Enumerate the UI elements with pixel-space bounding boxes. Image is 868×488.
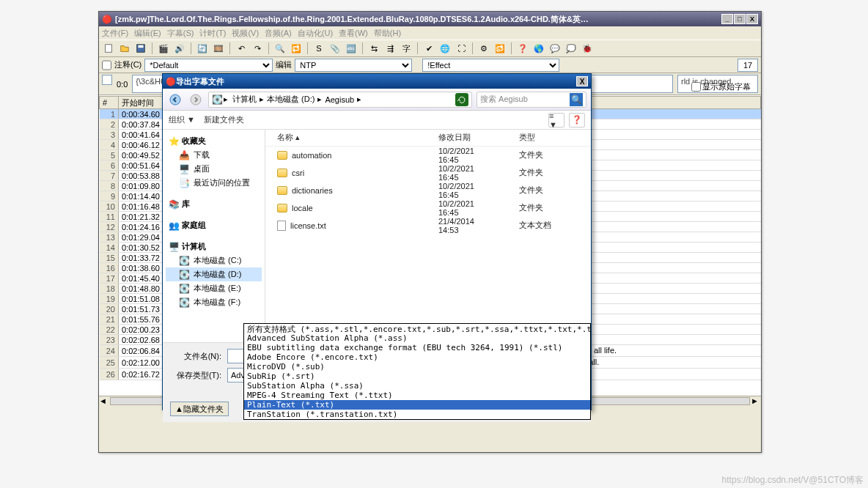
menu-file[interactable]: 文件(F): [102, 28, 128, 39]
menubar: 文件(F) 编辑(E) 字幕(S) 计时(T) 视频(V) 音频(A) 自动化(…: [99, 26, 761, 40]
file-list[interactable]: 名称 ▴ 修改日期 类型 automation10/2/2021 16:45文件…: [265, 130, 591, 342]
dialog-title: 导出字幕文件: [176, 76, 576, 87]
new-file-icon[interactable]: [102, 42, 115, 55]
kanji-timer-icon[interactable]: 字: [400, 42, 413, 55]
type-option-transtation[interactable]: TranStation (*.transtation.txt): [244, 410, 590, 419]
type-option-encore[interactable]: Adobe Encore (*.encore.txt): [244, 352, 590, 362]
close-button[interactable]: X: [746, 14, 758, 24]
computer-header[interactable]: 🖥️计算机: [166, 240, 262, 254]
sidebar-desktop[interactable]: 🖥️桌面: [166, 162, 262, 176]
crumb-drive-d[interactable]: 本地磁盘 (D:): [264, 94, 317, 105]
irc-icon[interactable]: 💭: [564, 42, 578, 55]
timing-postprocessor-icon[interactable]: ⇶: [383, 42, 397, 55]
type-option-stl[interactable]: EBU subtitling data exchange format (EBU…: [244, 343, 590, 352]
menu-audio[interactable]: 音频(A): [265, 28, 292, 39]
time-checkbox[interactable]: [102, 75, 112, 85]
translation-assistant-icon[interactable]: 🌐: [438, 42, 452, 55]
col-num[interactable]: #: [100, 97, 119, 109]
crumb-computer[interactable]: 计算机: [229, 94, 260, 105]
homegroup-header[interactable]: 👥家庭组: [166, 218, 262, 232]
organize-button[interactable]: 组织 ▼: [169, 114, 195, 125]
save-icon[interactable]: [134, 42, 147, 55]
svg-point-4: [191, 95, 201, 105]
effect-select[interactable]: !Effect: [422, 59, 559, 72]
redo-icon[interactable]: ↷: [251, 42, 264, 55]
file-row[interactable]: license.txt21/4/2014 14:53文本文档: [265, 217, 591, 234]
type-option-sub[interactable]: MicroDVD (*.sub): [244, 362, 590, 371]
help-button[interactable]: ❓: [569, 113, 585, 127]
maximize-button[interactable]: □: [734, 14, 746, 24]
crumb-aegisub[interactable]: Aegisub: [322, 95, 357, 104]
forward-button[interactable]: [188, 92, 204, 108]
style-select[interactable]: *Default: [144, 59, 273, 72]
menu-view[interactable]: 查看(W): [339, 28, 368, 39]
resample-icon[interactable]: ⛶: [455, 42, 468, 55]
type-option-srt[interactable]: SubRip (*.srt): [244, 371, 590, 381]
comment-checkbox[interactable]: [102, 59, 111, 72]
undo-icon[interactable]: ↶: [235, 42, 248, 55]
sidebar-disk-f[interactable]: 💽本地磁盘 (F:): [166, 295, 262, 309]
type-option-ssa[interactable]: SubStation Alpha (*.ssa): [244, 381, 590, 391]
file-row[interactable]: csri10/2/2021 16:45文件夹: [265, 164, 591, 182]
search-icon[interactable]: 🔍: [570, 93, 583, 106]
savetype-label: 保存类型(T):: [170, 370, 221, 381]
breadcrumb-bar[interactable]: 💽 ▸ 计算机 ▸ 本地磁盘 (D:) ▸ Aegisub ▸: [208, 92, 472, 108]
menu-edit[interactable]: 编辑(E): [134, 28, 161, 39]
comment-label: 注释(C): [114, 59, 141, 70]
show-source-checkbox[interactable]: 显示原始字幕: [691, 81, 751, 92]
resync-icon[interactable]: 🔄: [196, 42, 209, 55]
menu-video[interactable]: 视频(V): [232, 28, 259, 39]
type-option-txt[interactable]: Plain-Text (*.txt): [244, 400, 590, 410]
minimize-button[interactable]: _: [721, 14, 733, 24]
attach-icon[interactable]: 📎: [328, 42, 342, 55]
sidebar-recent[interactable]: 📑最近访问的位置: [166, 176, 262, 190]
bug-icon[interactable]: 🐞: [581, 42, 594, 55]
back-button[interactable]: [167, 92, 183, 108]
search-input[interactable]: 搜索 Aegisub 🔍: [477, 92, 586, 108]
sidebar-downloads[interactable]: 📥下载: [166, 148, 262, 162]
dialog-close-button[interactable]: X: [576, 76, 588, 86]
chars-count[interactable]: [738, 59, 758, 72]
menu-help[interactable]: 帮助(H): [374, 28, 401, 39]
menu-timing[interactable]: 计时(T): [199, 28, 226, 39]
file-row[interactable]: automation10/2/2021 16:45文件夹: [265, 146, 591, 164]
sidebar: ⭐收藏夹 📥下载 🖥️桌面 📑最近访问的位置 📚库 👥家庭组 🖥️计算机 💽本地…: [163, 130, 265, 342]
menu-subtitle[interactable]: 字幕(S): [167, 28, 194, 39]
shift-times-icon[interactable]: ⇆: [367, 42, 380, 55]
new-folder-button[interactable]: 新建文件夹: [204, 114, 244, 125]
find-icon[interactable]: 🔍: [273, 42, 287, 55]
open-file-icon[interactable]: [118, 42, 131, 55]
audio-icon[interactable]: 🔊: [173, 42, 186, 55]
sort-asc-icon[interactable]: ▴: [295, 133, 300, 141]
type-option-all[interactable]: 所有支持格式 (*.ass,*.stl,*.encore.txt,*.sub,*…: [244, 324, 590, 333]
refresh-button[interactable]: [455, 93, 468, 106]
framerate-icon[interactable]: 🎞️: [212, 42, 225, 55]
view-mode-button[interactable]: ≡ ▼: [548, 113, 564, 127]
cycle-tags-icon[interactable]: 🔂: [493, 42, 507, 55]
file-row[interactable]: dictionaries10/2/2021 16:45文件夹: [265, 182, 591, 199]
help-icon[interactable]: ❓: [516, 42, 529, 55]
forum-icon[interactable]: 💬: [548, 42, 562, 55]
website-icon[interactable]: 🌎: [532, 42, 545, 55]
col-start[interactable]: 开始时间: [119, 97, 164, 109]
savetype-dropdown[interactable]: 所有支持格式 (*.ass,*.stl,*.encore.txt,*.sub,*…: [243, 323, 591, 420]
type-option-ttxt[interactable]: MPEG-4 Streaming Text (*.ttxt): [244, 391, 590, 400]
hide-folders-button[interactable]: ▲ 隐藏文件夹: [170, 402, 229, 416]
favorites-header[interactable]: ⭐收藏夹: [166, 134, 262, 148]
file-row[interactable]: locale10/2/2021 16:45文件夹: [265, 199, 591, 217]
sidebar-disk-e[interactable]: 💽本地磁盘 (E:): [166, 281, 262, 295]
sidebar-disk-c[interactable]: 💽本地磁盘 (C:): [166, 254, 262, 267]
spellcheck-icon[interactable]: ✔: [422, 42, 435, 55]
type-option-ass[interactable]: Advanced SubStation Alpha (*.ass): [244, 333, 590, 343]
svg-rect-0: [106, 45, 112, 53]
style-manager-icon[interactable]: S: [312, 42, 326, 55]
replace-icon[interactable]: 🔁: [290, 42, 303, 55]
menu-automation[interactable]: 自动化(U): [298, 28, 333, 39]
libraries-header[interactable]: 📚库: [166, 197, 262, 211]
fonts-collector-icon[interactable]: 🔤: [345, 42, 358, 55]
video-icon[interactable]: 🎬: [157, 42, 170, 55]
actor-select[interactable]: NTP: [295, 59, 412, 72]
window-titlebar: 🔴 [zmk.pw]The.Lord.Of.The.Rings.Fellowsh…: [99, 12, 761, 26]
options-icon[interactable]: ⚙: [477, 42, 490, 55]
sidebar-disk-d[interactable]: 💽本地磁盘 (D:): [166, 267, 262, 281]
